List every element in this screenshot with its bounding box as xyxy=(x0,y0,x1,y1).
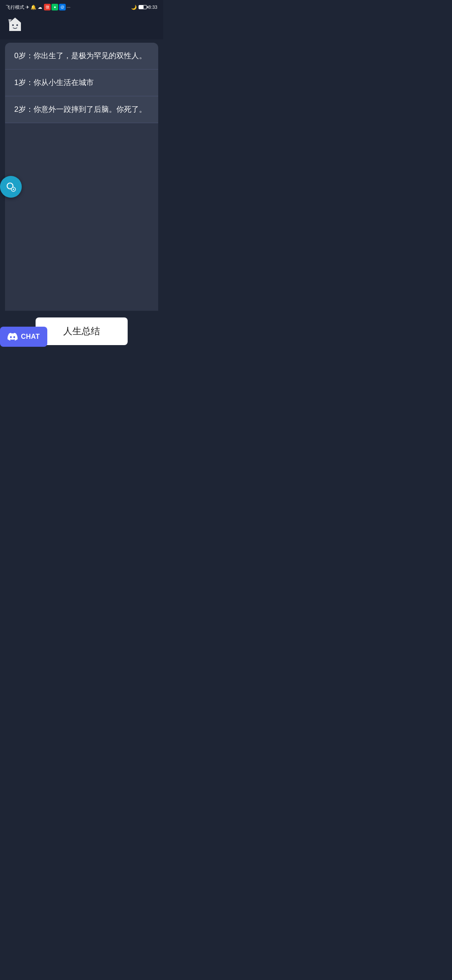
event-text-1: 1岁：你从小生活在城市 xyxy=(14,78,94,87)
event-text-0: 0岁：你出生了，是极为罕见的双性人。 xyxy=(14,52,146,60)
event-row-2[interactable]: 2岁：你意外一跤摔到了后脑。你死了。 xyxy=(5,96,158,123)
status-text: 飞行模式 ✈ 🔔 ☁ xyxy=(6,4,42,10)
event-row-0[interactable]: 0岁：你出生了，是极为罕见的双性人。 xyxy=(5,43,158,70)
status-bar: 飞行模式 ✈ 🔔 ☁ 微 ● @ ··· 🌙 8:33 xyxy=(0,0,163,13)
moon-icon: 🌙 xyxy=(131,5,137,10)
header xyxy=(0,13,163,39)
chat-label: CHAT xyxy=(21,333,40,340)
svg-point-2 xyxy=(12,24,14,26)
status-left: 飞行模式 ✈ 🔔 ☁ 微 ● @ ··· xyxy=(6,4,70,10)
time-display: 8:33 xyxy=(149,5,157,10)
event-text-2: 2岁：你意外一跤摔到了后脑。你死了。 xyxy=(14,105,146,113)
event-row-1[interactable]: 1岁：你从小生活在城市 xyxy=(5,70,158,96)
svg-point-3 xyxy=(16,24,18,26)
search-settings-button[interactable] xyxy=(0,176,22,198)
app-logo xyxy=(6,16,24,34)
status-icons: 微 ● @ ··· xyxy=(44,4,70,10)
chat-button[interactable]: CHAT xyxy=(0,327,47,347)
bottom-area: 人生总结 CHAT xyxy=(0,311,163,353)
battery-icon xyxy=(139,5,147,9)
discord-icon xyxy=(8,332,18,342)
status-right: 🌙 8:33 xyxy=(131,5,157,10)
summary-button[interactable]: 人生总结 xyxy=(36,317,128,345)
game-card: 0岁：你出生了，是极为罕见的双性人。 1岁：你从小生活在城市 2岁：你意外一跤摔… xyxy=(5,43,158,349)
